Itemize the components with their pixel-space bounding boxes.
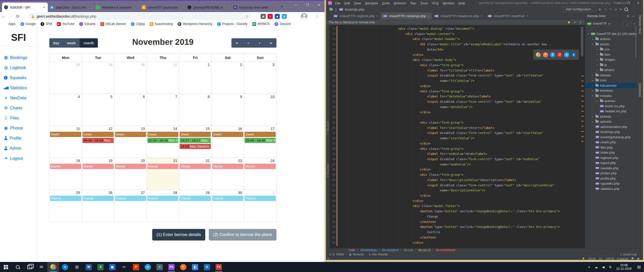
blue-extension-icon[interactable]: ◆ [275,14,280,19]
line-separator[interactable]: LF [599,257,602,260]
paint-app-icon[interactable]: P [130,262,142,272]
action-button[interactable]: (2) Confirm to borrow the plane [209,229,276,241]
debug-icon[interactable]: ⊙ [604,8,607,11]
editor-tab[interactable]: PHP<GeertFTP> logbook.php✕ [331,13,381,19]
event-log-toolwindow[interactable]: ◷Event Log [620,253,636,256]
todo-toolwindow[interactable]: ☰6: TODO [329,253,344,256]
calendar-day-cell[interactable]: 26Patrick [82,190,114,222]
search-button[interactable] [12,262,24,272]
telegram-extension-icon[interactable]: ➤ [282,14,287,19]
tree-item-statistics.php[interactable]: PHPstatistics.php [585,186,637,191]
calendar-event[interactable]: 16:59 Max Stevens [180,144,211,149]
tab-close-icon[interactable]: ✕ [271,5,275,10]
sidebar-item-squawks[interactable]: !Squawks [0,73,37,83]
calendar-day-cell[interactable]: 29Patrick [179,190,212,222]
volume-icon[interactable]: ◀ [600,265,607,269]
calendar-event[interactable]: Patrick [245,196,276,201]
tree-item-files[interactable]: ▸files [585,52,637,57]
calendar-event[interactable]: Geert [115,132,146,137]
tab-close-icon[interactable]: ✕ [427,15,429,17]
tree-item-actions[interactable]: ▸actions [585,37,637,42]
calendar-event[interactable]: Geert [212,132,243,137]
tab-close-icon[interactable]: ✕ [480,15,482,17]
calendar-day-cell[interactable]: 6 [114,94,147,126]
calendar-event[interactable]: 11:34 - 16:34 Max S [147,138,179,143]
bookmark-item[interactable]: Apps [3,22,16,26]
tree-item-administration.php[interactable]: PHPadministration.php [585,124,637,129]
calendar-day-cell[interactable]: 10 [244,94,276,126]
menu-code[interactable]: Code [382,1,390,5]
calendar-event[interactable]: Geert [83,132,114,137]
calendar-event[interactable]: Patrick [50,196,81,201]
calendar-day-cell[interactable]: 17Geert10:00 - 18:00 Max S [244,126,276,158]
bookmark-item[interactable]: CProjects · Clockify [217,22,248,26]
calculator-app-icon[interactable]: = [154,262,166,272]
rerun-icon[interactable]: ↻ [610,8,612,11]
tree-item-profile.php[interactable]: PHPprofile.php [585,176,637,181]
tree-item-bookings.php[interactable]: PHPbookings.php [585,129,637,135]
tree-item-GeertFTP-84.22.103.164-geert.we[interactable]: ▾FTPGeertFTP (84.22.103.164/geert.we [585,31,637,37]
excel-app-icon[interactable]: X [95,262,106,272]
add-configuration-button[interactable]: Add Configuration... [563,7,596,12]
snip-app-icon[interactable]: ✂ [118,262,130,272]
tree-toggle-icon[interactable]: ▾ [591,94,594,97]
notifications-icon[interactable]: ◉ [637,257,639,260]
telegram-app-icon[interactable]: ➤ [142,262,154,272]
sidebar-item-navdata[interactable]: ➤NavData [0,93,37,103]
browser-menu-icon[interactable]: ⋮ [315,14,319,19]
tree-toggle-icon[interactable]: ▾ [591,43,594,45]
editor-tab[interactable]: PHP<GeertFTP> resetFuel✕ [485,13,531,19]
menu-navigate[interactable]: Navigate [365,1,378,5]
remote-server-selector[interactable]: FTP GeertFTP ▾ ... » [585,20,637,28]
tab-close-icon[interactable]: ✕ [88,5,92,10]
breadcrumb-main[interactable]: main [349,248,355,252]
calendar-event[interactable]: 14:17 - 18:17 Max [180,138,211,143]
breadcrumb-div.col-12[interactable]: div.col-12 [418,248,431,252]
opera-icon[interactable]: O [557,52,562,57]
tree-item-js[interactable]: ▸js [585,62,637,67]
edge-app-icon[interactable]: e [59,262,71,272]
calendar-day-cell[interactable]: 22Martijn [179,158,212,190]
calendar-day-cell[interactable]: 29 [82,62,114,94]
firefox-icon[interactable]: F [543,52,548,57]
bookmark-item[interactable]: WWHMCS [252,22,270,26]
indent-style[interactable]: 4 spaces [617,257,628,260]
tab-close-icon[interactable]: ✕ [376,15,378,17]
tree-item-navdata.php[interactable]: PHPnavdata.php [585,165,637,171]
stop-icon[interactable]: ■ [620,8,622,11]
new-tab-button[interactable]: + [278,3,285,10]
chrome-app-icon[interactable] [47,262,59,272]
editor-tab[interactable]: PHP<GeertFTP> bookings.php✕ [381,13,432,19]
tree-toggle-icon[interactable]: ▸ [591,115,594,118]
calendar-day-cell[interactable]: 9 [212,94,244,126]
nav-breadcrumb-file[interactable]: bookings.php [345,8,364,11]
bookmark-star-icon[interactable]: ☆ [245,14,249,18]
upload-icon[interactable]: ↥ [579,21,582,24]
menu-help[interactable]: Help [458,1,465,5]
calendar-day-cell[interactable]: 28 [50,62,82,94]
breadcrumb-div.row[interactable]: div.row [404,248,413,252]
calendar-day-cell[interactable]: 15Geert14:17 - 18:17 Max16:59 Max Steven… [179,126,212,158]
tree-item-logout.php[interactable]: PHPlogout.php [585,160,637,166]
tree-toggle-icon[interactable]: ▸ [591,74,594,76]
start-button[interactable] [0,262,12,272]
calendar-event[interactable]: Martijn [115,164,146,169]
tree-item-uploads[interactable]: ▸uploads [585,119,637,124]
calendar-day-cell[interactable]: 25Patrick [50,190,82,222]
menu-refactor[interactable]: Refactor [394,1,406,5]
tree-item-functions[interactable]: ▸functions [585,88,637,93]
calendar-event[interactable]: 09:16 - 16:16 Rico [83,138,114,143]
tree-toggle-icon[interactable]: ▸ [596,53,599,56]
bookmark-item[interactable]: ▶YouTube [57,22,74,26]
search-everywhere-icon[interactable] [624,8,628,11]
filezilla-app-icon[interactable]: FZ [213,262,225,272]
tree-item-bookingsbackup.php[interactable]: PHPbookingsbackup.php [585,134,637,140]
tree-item-footer.inc.php[interactable]: PHPfooter.inc.php [585,104,637,109]
left-stripe-tab[interactable]: 7: Structure [326,121,329,134]
hide-panel-icon[interactable]: — [632,14,635,18]
bookmark-item[interactable]: eEduarte [79,22,96,26]
calendar-day-cell[interactable]: 11Geert [50,126,82,158]
tree-toggle-icon[interactable]: ▾ [587,32,590,35]
tree-item-assets[interactable]: ▾assets [585,42,637,47]
breadcrumb-div.tempModal[interactable]: div.tempModal [436,248,455,252]
